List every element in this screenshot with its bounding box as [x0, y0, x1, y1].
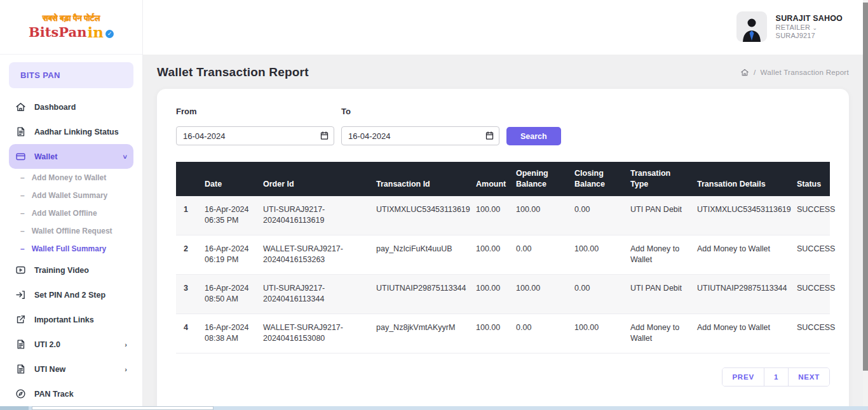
cell-order-id: WALLET-SURAJ9217-20240416153080	[258, 314, 371, 353]
cell-amount: 100.00	[471, 235, 511, 274]
cell-order-id: WALLET-SURAJ9217-20240416153263	[258, 235, 371, 274]
prev-page-button[interactable]: PREV	[722, 368, 764, 386]
col-header-transation-details: Transation Details	[692, 162, 792, 196]
table-row: 1 16-Apr-2024 06:35 PM UTI-SURAJ9217-202…	[176, 196, 830, 235]
sidebar-item-uti-new[interactable]: UTI New ›	[9, 357, 133, 381]
sidebar-subitem-add-wallet-offline[interactable]: – Add Wallet Offline	[9, 204, 133, 222]
sidebar-item-label: Aadhar Linking Status	[34, 128, 127, 136]
table-row: 3 16-Apr-2024 08:50 AM UTI-SURAJ9217-202…	[176, 274, 830, 314]
login-icon	[15, 289, 26, 300]
transaction-table: Date Order Id Transaction Id Amount Open…	[176, 162, 830, 354]
cell-amount: 100.00	[471, 314, 511, 353]
table-row: 4 16-Apr-2024 08:38 AM WALLET-SURAJ9217-…	[176, 314, 830, 353]
sidebar-item-aadhar-linking-status[interactable]: Aadhar Linking Status	[9, 119, 133, 144]
sidebar-subitem-label: Wallet Offline Request	[32, 227, 112, 235]
sidebar-item-label: Dashboard	[34, 103, 127, 112]
breadcrumb-current: Wallet Transaction Report	[761, 69, 849, 76]
table-row: 2 16-Apr-2024 06:19 PM WALLET-SURAJ9217-…	[176, 235, 830, 274]
sidebar-subitem-wallet-full-summary[interactable]: – Wallet Full Summary	[9, 240, 133, 258]
page-header: Wallet Transaction Report / Wallet Trans…	[143, 55, 868, 86]
table-header: Date Order Id Transaction Id Amount Open…	[176, 162, 830, 196]
sidebar-item-pan-track[interactable]: PAN Track	[9, 381, 133, 406]
col-header-transaction-id: Transaction Id	[371, 162, 471, 196]
from-date-input[interactable]	[176, 126, 334, 145]
sidebar-item-label: Training Video	[34, 266, 127, 275]
logo-brand-text: BitsPan	[29, 24, 86, 40]
document-icon	[15, 339, 26, 350]
page-title: Wallet Transaction Report	[157, 65, 309, 79]
cell-amount: 100.00	[471, 196, 511, 235]
user-name: SURAJIT SAHOO	[776, 14, 843, 23]
from-label: From	[176, 107, 334, 116]
cell-closing-balance: 100.00	[569, 235, 625, 274]
verified-badge-icon: ✓	[105, 30, 114, 38]
cell-transation-type: UTI PAN Debit	[625, 274, 692, 314]
sidebar-item-label: Set PIN And 2 Step	[34, 291, 127, 300]
cell-transation-type: UTI PAN Debit	[625, 196, 692, 235]
wallet-icon	[15, 151, 26, 162]
next-page-button[interactable]: NEXT	[789, 368, 829, 386]
cell-transation-details: Add Money to Wallet	[692, 235, 792, 274]
cell-transaction-id: pay_NzIciFuKt4uuUB	[371, 235, 471, 274]
user-id: SURAJ9217	[776, 32, 843, 39]
sidebar-item-wallet[interactable]: Wallet ˅	[9, 144, 133, 169]
sidebar-subitem-add-money-to-wallet[interactable]: – Add Money to Wallet	[9, 169, 133, 187]
sidebar-item-label: PAN Track	[34, 390, 127, 399]
dash-icon: –	[20, 244, 25, 253]
avatar	[736, 11, 767, 42]
sidebar-item-label: Wallet	[34, 152, 115, 161]
sidebar: सबसे बड़ा पैन पोर्टल BitsPanin ✓ BITS PA…	[0, 0, 143, 410]
chevron-down-icon: ˅	[123, 153, 127, 161]
app-logo[interactable]: सबसे बड़ा पैन पोर्टल BitsPanin ✓	[0, 0, 142, 55]
external-link-icon	[15, 314, 26, 325]
dash-icon: –	[20, 191, 25, 200]
sidebar-item-training-video[interactable]: Training Video	[9, 258, 133, 282]
logo-tagline: सबसे बड़ा पैन पोर्टल	[43, 13, 100, 23]
page-number-button[interactable]: 1	[764, 368, 789, 386]
scrollbar-corner	[0, 406, 29, 410]
col-header-order-id: Order Id	[258, 162, 371, 196]
vertical-scrollbar-thumb[interactable]	[863, 3, 868, 371]
search-button[interactable]: Search	[506, 127, 561, 145]
cell-transaction-id: UTIXMXLUC53453113619	[371, 196, 471, 235]
calendar-icon[interactable]	[320, 131, 329, 140]
cell-date: 16-Apr-2024 06:35 PM	[200, 196, 258, 235]
sidebar-item-set-pin-and-2-step[interactable]: Set PIN And 2 Step	[9, 282, 133, 307]
sidebar-subitem-wallet-offline-request[interactable]: – Wallet Offline Request	[9, 222, 133, 240]
topbar: SURAJIT SAHOO RETAILER ⌄ SURAJ9217	[143, 0, 868, 55]
sidebar-item-label: UTI 2.0	[34, 340, 116, 349]
cell-opening-balance: 0.00	[511, 314, 569, 353]
vertical-scrollbar-track[interactable]	[863, 0, 868, 406]
sidebar-subitem-add-wallet-summary[interactable]: – Add Wallet Summary	[9, 187, 133, 204]
sidebar-item-dashboard[interactable]: Dashboard	[9, 95, 133, 119]
status-badge: SUCCESS	[792, 196, 830, 235]
chevron-right-icon: ›	[125, 341, 127, 348]
sidebar-subitem-label: Add Money to Wallet	[32, 173, 107, 182]
cell-date: 16-Apr-2024 06:19 PM	[200, 235, 258, 274]
home-icon[interactable]	[740, 68, 749, 77]
calendar-icon[interactable]	[485, 131, 494, 140]
user-role[interactable]: RETAILER ⌄	[776, 23, 843, 31]
sidebar-subitem-label: Add Wallet Offline	[32, 209, 97, 218]
horizontal-scrollbar-track[interactable]	[0, 406, 868, 410]
horizontal-scrollbar-thumb[interactable]	[32, 406, 214, 410]
cell-transaction-id: pay_Nz8jkVmtAKyyrM	[371, 314, 471, 353]
document-icon	[15, 126, 26, 137]
sidebar-item-important-links[interactable]: Important Links	[9, 307, 133, 332]
status-badge: SUCCESS	[792, 235, 830, 274]
sidebar-section-title: BITS PAN	[9, 62, 133, 88]
user-menu[interactable]: SURAJIT SAHOO RETAILER ⌄ SURAJ9217	[736, 11, 843, 42]
sidebar-item-uti-2-0[interactable]: UTI 2.0 ›	[9, 332, 133, 357]
cell-transation-details: UTIXMXLUC53453113619	[692, 196, 792, 235]
cell-date: 16-Apr-2024 08:50 AM	[200, 274, 258, 314]
logo-brand: BitsPanin ✓	[29, 23, 114, 41]
cell-sno: 3	[176, 274, 200, 314]
from-date-group: From	[176, 107, 334, 145]
col-header-date: Date	[200, 162, 258, 196]
sidebar-subitem-label: Wallet Full Summary	[32, 244, 107, 253]
to-date-input[interactable]	[341, 126, 499, 145]
breadcrumb-separator: /	[754, 69, 756, 76]
sidebar-nav: BITS PAN Dashboard Aadhar Linking Status…	[0, 55, 142, 406]
sidebar-item-label: UTI New	[34, 365, 116, 374]
cell-closing-balance: 100.00	[569, 314, 625, 353]
